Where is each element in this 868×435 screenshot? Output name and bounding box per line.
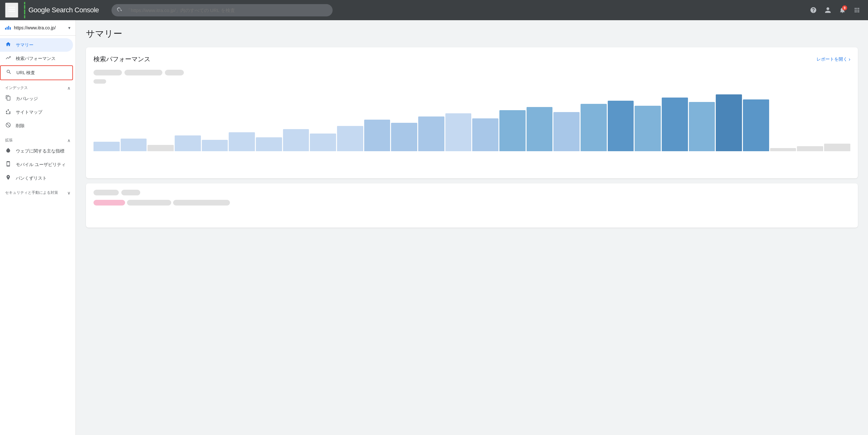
sidebar: https://www.itra.co.jp/ ▾ サマリー 検索パフォーマンス bbox=[0, 20, 76, 435]
sidebar-mobile-label: モバイル ユーザビリティ bbox=[16, 162, 66, 168]
sidebar-item-search-performance[interactable]: 検索パフォーマンス bbox=[0, 52, 73, 65]
sidebar-item-sitemap[interactable]: サイトマップ bbox=[0, 105, 73, 119]
sidebar-item-removal[interactable]: 削除 bbox=[0, 119, 73, 133]
sidebar-section-enhancement[interactable]: 拡張 ∧ bbox=[0, 133, 75, 144]
help-button[interactable] bbox=[807, 4, 819, 16]
sidebar-nav: サマリー 検索パフォーマンス URL 検査 インデックス ∧ bbox=[0, 36, 75, 199]
sidebar-sitemap-label: サイトマップ bbox=[16, 109, 42, 115]
performance-chart bbox=[93, 70, 850, 171]
second-card bbox=[86, 183, 858, 228]
logo-text: Google Search Console bbox=[28, 6, 99, 14]
home-icon bbox=[5, 41, 11, 48]
sidebar-coverage-label: カバレッジ bbox=[16, 96, 38, 102]
sidebar-item-mobile-usability[interactable]: モバイル ユーザビリティ bbox=[0, 158, 73, 171]
sidebar-removal-label: 削除 bbox=[16, 123, 25, 129]
sitemap-icon bbox=[5, 109, 11, 116]
sidebar-item-core-vitals[interactable]: ウェブに関する主な指標 bbox=[0, 144, 73, 158]
sidebar-section-security[interactable]: セキュリティと手動による対策 ∨ bbox=[0, 185, 75, 197]
apps-button[interactable] bbox=[851, 4, 863, 16]
enhancement-toggle: ∧ bbox=[67, 138, 70, 143]
logo-icon bbox=[23, 1, 26, 19]
property-chevron: ▾ bbox=[68, 25, 70, 30]
menu-button[interactable] bbox=[5, 3, 18, 18]
app-header: Google Search Console 9 bbox=[0, 0, 868, 20]
svg-rect-2 bbox=[8, 11, 15, 12]
sidebar-item-search-perf-label: 検索パフォーマンス bbox=[16, 56, 56, 62]
security-toggle: ∨ bbox=[67, 190, 70, 195]
sidebar-vitals-label: ウェブに関する主な指標 bbox=[16, 148, 64, 154]
sidebar-item-url-inspection[interactable]: URL 検査 bbox=[0, 65, 73, 80]
enhancement-section-label: 拡張 bbox=[5, 138, 12, 143]
vitals-icon bbox=[5, 147, 11, 155]
sidebar-breadcrumb-label: パンくずリスト bbox=[16, 175, 47, 181]
notification-badge: 9 bbox=[842, 5, 847, 10]
sidebar-item-url-inspection-label: URL 検査 bbox=[17, 70, 35, 76]
sidebar-item-breadcrumbs[interactable]: パンくずリスト bbox=[0, 171, 73, 185]
property-icon bbox=[5, 26, 11, 30]
notifications-button[interactable]: 9 bbox=[836, 4, 848, 16]
mobile-icon bbox=[5, 161, 11, 168]
account-button[interactable] bbox=[822, 4, 834, 16]
trending-icon bbox=[5, 55, 11, 62]
open-report-text: レポートを開く bbox=[816, 57, 847, 62]
coverage-icon bbox=[5, 95, 11, 102]
main-content: サマリー 検索パフォーマンス レポートを開く › bbox=[76, 20, 868, 435]
property-url: https://www.itra.co.jp/ bbox=[14, 25, 65, 30]
sidebar-item-coverage[interactable]: カバレッジ bbox=[0, 92, 73, 105]
url-search-icon bbox=[6, 69, 12, 76]
index-toggle: ∧ bbox=[67, 86, 70, 91]
page-title: サマリー bbox=[86, 28, 858, 40]
svg-rect-1 bbox=[8, 9, 15, 9]
removal-icon bbox=[5, 122, 11, 129]
property-selector[interactable]: https://www.itra.co.jp/ ▾ bbox=[0, 20, 75, 36]
url-search-bar[interactable] bbox=[112, 4, 333, 16]
main-layout: https://www.itra.co.jp/ ▾ サマリー 検索パフォーマンス bbox=[0, 20, 868, 435]
index-section-label: インデックス bbox=[5, 85, 28, 91]
svg-rect-0 bbox=[8, 7, 15, 8]
app-logo: Google Search Console bbox=[23, 1, 99, 19]
url-search-input[interactable] bbox=[126, 8, 328, 13]
chevron-right-icon: › bbox=[849, 57, 850, 62]
sidebar-item-summary[interactable]: サマリー bbox=[0, 38, 73, 52]
performance-card-title: 検索パフォーマンス bbox=[93, 55, 150, 63]
sidebar-section-index[interactable]: インデックス ∧ bbox=[0, 80, 75, 92]
header-actions: 9 bbox=[807, 4, 863, 16]
performance-card: 検索パフォーマンス レポートを開く › bbox=[86, 47, 858, 178]
card-header: 検索パフォーマンス レポートを開く › bbox=[93, 55, 850, 63]
open-report-link[interactable]: レポートを開く › bbox=[816, 57, 850, 62]
search-icon bbox=[117, 7, 122, 14]
sidebar-item-summary-label: サマリー bbox=[16, 42, 33, 48]
security-section-label: セキュリティと手動による対策 bbox=[5, 190, 58, 195]
breadcrumb-icon bbox=[5, 174, 11, 182]
